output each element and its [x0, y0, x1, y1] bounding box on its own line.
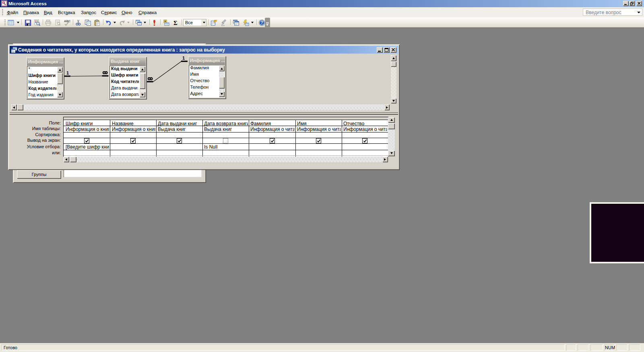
svg-text:?: ? — [260, 21, 263, 25]
svg-text:Σ: Σ — [173, 20, 178, 26]
svg-text:ABC: ABC — [64, 19, 70, 23]
